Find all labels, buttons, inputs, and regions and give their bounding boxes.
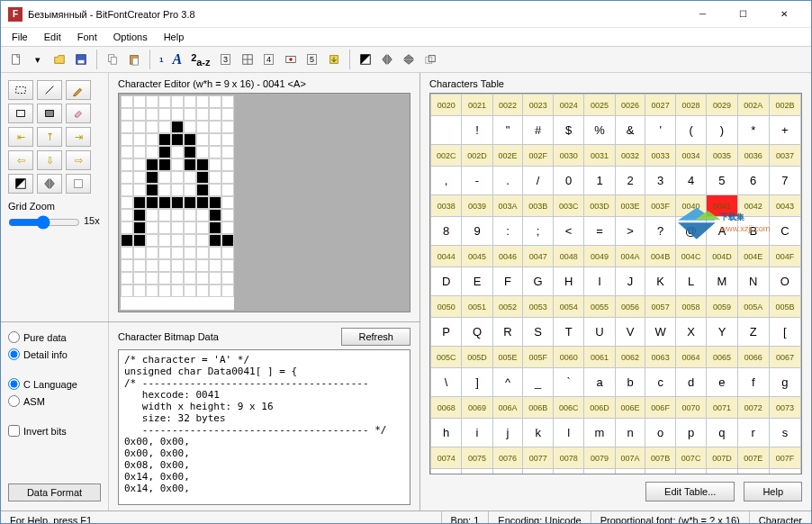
fillrect-tool[interactable] bbox=[37, 104, 62, 123]
char-cell[interactable]: H bbox=[553, 267, 583, 296]
char-cell[interactable]: : bbox=[492, 217, 523, 246]
hex-cell[interactable]: 0077 bbox=[523, 447, 554, 469]
hex-cell[interactable]: 0029 bbox=[707, 95, 737, 116]
char-cell[interactable]: @ bbox=[675, 217, 706, 246]
char-cell[interactable] bbox=[769, 469, 800, 475]
hex-cell[interactable]: 0049 bbox=[584, 246, 615, 267]
char-cell[interactable]: C bbox=[769, 217, 800, 246]
hex-cell[interactable]: 0078 bbox=[553, 447, 583, 469]
hex-cell[interactable]: 007D bbox=[707, 447, 737, 469]
hex-cell[interactable]: 0025 bbox=[584, 95, 615, 116]
char-cell[interactable]: D bbox=[431, 267, 462, 296]
hex-cell[interactable]: 0031 bbox=[584, 145, 615, 167]
hex-cell[interactable]: 0061 bbox=[584, 347, 615, 368]
hex-cell[interactable]: 0054 bbox=[553, 296, 583, 318]
hex-cell[interactable]: 0073 bbox=[769, 397, 800, 419]
char-cell[interactable]: z bbox=[615, 469, 645, 475]
char-cell[interactable]: [ bbox=[769, 318, 800, 347]
char-cell[interactable]: r bbox=[737, 419, 769, 447]
hex-cell[interactable]: 0069 bbox=[462, 397, 492, 419]
char-cell[interactable]: F bbox=[492, 267, 523, 296]
hex-cell[interactable]: 0023 bbox=[523, 95, 554, 116]
hex-cell[interactable]: 006A bbox=[492, 397, 523, 419]
hex-cell[interactable]: 002A bbox=[737, 95, 769, 116]
char-cell[interactable]: ' bbox=[645, 116, 676, 145]
char-cell[interactable]: - bbox=[462, 167, 492, 195]
hex-cell[interactable]: 0063 bbox=[645, 347, 676, 368]
hex-cell[interactable]: 0057 bbox=[645, 296, 676, 318]
data-format-button[interactable]: Data Format bbox=[8, 483, 101, 501]
char-cell[interactable]: < bbox=[553, 217, 583, 246]
char-cell[interactable]: R bbox=[492, 318, 523, 347]
hex-cell[interactable]: 0032 bbox=[615, 145, 645, 167]
hex-cell[interactable]: 0038 bbox=[431, 195, 462, 217]
edit-table-button[interactable]: Edit Table... bbox=[645, 482, 735, 501]
char-cell[interactable]: f bbox=[737, 368, 769, 397]
hex-cell[interactable]: 0022 bbox=[492, 95, 523, 116]
hex-cell[interactable]: 003E bbox=[615, 195, 645, 217]
hex-cell[interactable]: 0033 bbox=[645, 145, 676, 167]
char-cell[interactable]: b bbox=[615, 368, 645, 397]
menu-options[interactable]: Options bbox=[106, 30, 155, 44]
copy-icon[interactable] bbox=[103, 50, 122, 69]
char-cell[interactable]: q bbox=[707, 419, 737, 447]
hex-cell[interactable]: 005B bbox=[769, 296, 800, 318]
hex-cell[interactable]: 0040 bbox=[675, 195, 706, 217]
char-cell[interactable]: ~ bbox=[737, 469, 769, 475]
paste-icon[interactable] bbox=[124, 50, 144, 69]
char-cell[interactable]: , bbox=[431, 167, 462, 195]
char-cell[interactable]: l bbox=[553, 419, 583, 447]
nudge-left-tool[interactable]: ⇦ bbox=[8, 150, 33, 170]
hex-cell[interactable]: 0030 bbox=[553, 145, 583, 167]
pixel-editor[interactable] bbox=[118, 93, 411, 312]
char-cell[interactable]: 1 bbox=[584, 167, 615, 195]
hex-cell[interactable]: 002D bbox=[462, 145, 492, 167]
char-cell[interactable]: ) bbox=[707, 116, 737, 145]
hex-cell[interactable]: 0043 bbox=[769, 195, 800, 217]
close-button[interactable]: ✕ bbox=[763, 2, 804, 27]
hex-cell[interactable]: 0053 bbox=[523, 296, 554, 318]
hex-cell[interactable]: 004B bbox=[645, 246, 676, 267]
char-cell[interactable]: + bbox=[769, 116, 800, 145]
hex-cell[interactable]: 003F bbox=[645, 195, 676, 217]
flip-v-icon[interactable] bbox=[399, 50, 419, 69]
pencil-tool[interactable] bbox=[66, 80, 91, 100]
char-cell[interactable]: U bbox=[584, 318, 615, 347]
hex-cell[interactable]: 0034 bbox=[675, 145, 706, 167]
hex-cell[interactable]: 0052 bbox=[492, 296, 523, 318]
hex-cell[interactable]: 0074 bbox=[431, 447, 462, 469]
hex-cell[interactable]: 006B bbox=[523, 397, 554, 419]
preview-icon[interactable] bbox=[281, 50, 301, 69]
char-cell[interactable]: _ bbox=[523, 368, 554, 397]
hex-cell[interactable]: 004A bbox=[615, 246, 645, 267]
char-cell[interactable]: c bbox=[645, 368, 676, 397]
menu-font[interactable]: Font bbox=[70, 30, 104, 44]
save-icon[interactable] bbox=[71, 50, 91, 69]
hex-cell[interactable]: 0039 bbox=[462, 195, 492, 217]
char-cell[interactable]: M bbox=[707, 267, 737, 296]
clear-tool[interactable] bbox=[66, 174, 91, 194]
char-cell[interactable]: v bbox=[492, 469, 523, 475]
char-cell[interactable]: d bbox=[675, 368, 706, 397]
hex-cell[interactable]: 007E bbox=[737, 447, 769, 469]
format-4-icon[interactable]: 4 bbox=[259, 50, 279, 69]
hex-cell[interactable]: 0047 bbox=[523, 246, 554, 267]
char-cell[interactable]: n bbox=[615, 419, 645, 447]
char-cell[interactable]: 8 bbox=[431, 217, 462, 246]
hex-cell[interactable]: 0050 bbox=[431, 296, 462, 318]
format-3-icon[interactable]: 3 bbox=[216, 50, 236, 69]
menu-help[interactable]: Help bbox=[157, 30, 192, 44]
maximize-button[interactable]: ☐ bbox=[723, 2, 763, 27]
hex-cell[interactable]: 0044 bbox=[431, 246, 462, 267]
hex-cell[interactable]: 006D bbox=[584, 397, 615, 419]
char-cell[interactable]: g bbox=[769, 368, 800, 397]
hex-cell[interactable]: 004D bbox=[707, 246, 737, 267]
minimize-button[interactable]: ─ bbox=[682, 2, 723, 27]
flip-h-icon[interactable] bbox=[377, 50, 397, 69]
hex-cell[interactable]: 0068 bbox=[431, 397, 462, 419]
char-cell[interactable]: O bbox=[769, 267, 800, 296]
hex-cell[interactable]: 006E bbox=[615, 397, 645, 419]
range-icon[interactable]: 2a-z bbox=[187, 52, 213, 68]
hex-cell[interactable]: 0020 bbox=[431, 95, 462, 116]
invert-icon[interactable] bbox=[356, 50, 375, 69]
